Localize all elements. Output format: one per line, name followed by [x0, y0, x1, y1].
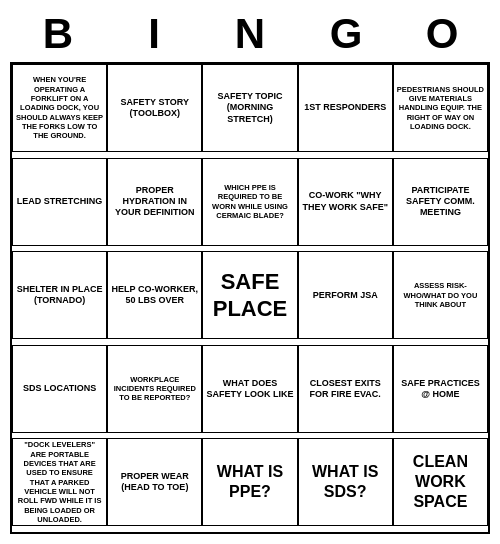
bingo-cell-r5c4[interactable]: WHAT IS SDS? — [298, 438, 393, 526]
bingo-cell-r1c4[interactable]: 1ST RESPONDERS — [298, 64, 393, 152]
bingo-cell-r4c4[interactable]: CLOSEST EXITS FOR FIRE EVAC. — [298, 345, 393, 433]
bingo-cell-r4c2[interactable]: WORKPLACE INCIDENTS REQUIRED TO BE REPOR… — [107, 345, 202, 433]
bingo-cell-r2c3[interactable]: WHICH PPE IS REQUIRED TO BE WORN WHILE U… — [202, 158, 297, 246]
bingo-cell-r5c3[interactable]: WHAT IS PPE? — [202, 438, 297, 526]
bingo-letter-o: O — [394, 10, 490, 58]
bingo-cell-r4c1[interactable]: SDS LOCATIONS — [12, 345, 107, 433]
bingo-cell-r1c2[interactable]: SAFETY STORY (TOOLBOX) — [107, 64, 202, 152]
bingo-letter-g: G — [298, 10, 394, 58]
bingo-letter-b: B — [10, 10, 106, 58]
bingo-cell-r2c2[interactable]: PROPER HYDRATION IN YOUR DEFINITION — [107, 158, 202, 246]
bingo-cell-r1c3[interactable]: SAFETY TOPIC (MORNING STRETCH) — [202, 64, 297, 152]
bingo-header: BINGO — [10, 10, 490, 58]
bingo-cell-r4c5[interactable]: SAFE PRACTICES @ HOME — [393, 345, 488, 433]
bingo-cell-r2c1[interactable]: LEAD STRETCHING — [12, 158, 107, 246]
bingo-cell-r2c5[interactable]: PARTICIPATE SAFETY COMM. MEETING — [393, 158, 488, 246]
bingo-cell-r2c4[interactable]: CO-WORK "WHY THEY WORK SAFE" — [298, 158, 393, 246]
bingo-cell-r5c5[interactable]: CLEAN WORK SPACE — [393, 438, 488, 526]
bingo-cell-r3c4[interactable]: PERFORM JSA — [298, 251, 393, 339]
bingo-cell-r3c5[interactable]: ASSESS RISK- WHO/WHAT DO YOU THINK ABOUT — [393, 251, 488, 339]
bingo-cell-r3c1[interactable]: SHELTER IN PLACE (TORNADO) — [12, 251, 107, 339]
bingo-cell-r1c5[interactable]: PEDESTRIANS SHOULD GIVE MATERIALS HANDLI… — [393, 64, 488, 152]
bingo-cell-r3c3[interactable]: SAFE PLACE — [202, 251, 297, 339]
bingo-cell-r5c1[interactable]: "DOCK LEVELERS" ARE PORTABLE DEVICES THA… — [12, 438, 107, 526]
bingo-letter-i: I — [106, 10, 202, 58]
bingo-cell-r1c1[interactable]: WHEN YOU'RE OPERATING A FORKLIFT ON A LO… — [12, 64, 107, 152]
bingo-grid: WHEN YOU'RE OPERATING A FORKLIFT ON A LO… — [10, 62, 490, 534]
bingo-cell-r3c2[interactable]: HELP CO-WORKER, 50 LBS OVER — [107, 251, 202, 339]
bingo-cell-r5c2[interactable]: PROPER WEAR (HEAD TO TOE) — [107, 438, 202, 526]
bingo-cell-r4c3[interactable]: WHAT DOES SAFETY LOOK LIKE — [202, 345, 297, 433]
bingo-letter-n: N — [202, 10, 298, 58]
